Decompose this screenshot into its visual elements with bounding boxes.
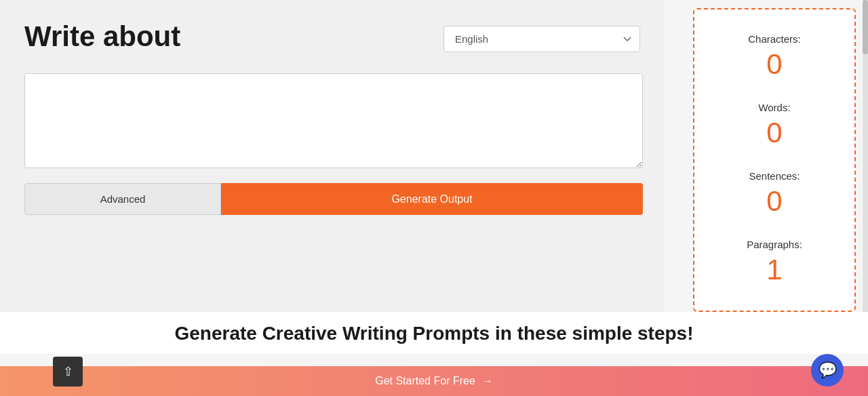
sentences-stat: Sentences: 0: [749, 160, 800, 229]
advanced-button[interactable]: Advanced: [24, 183, 221, 215]
language-selector[interactable]: English Spanish French German Italian Po…: [443, 26, 640, 52]
scroll-thumb[interactable]: [863, 0, 868, 54]
generate-creative-heading: Generate Creative Writing Prompts in the…: [174, 323, 693, 344]
write-textarea[interactable]: [24, 73, 643, 168]
language-dropdown[interactable]: English Spanish French German Italian Po…: [443, 26, 640, 52]
words-stat: Words: 0: [758, 92, 790, 160]
cta-text: Get Started For Free: [375, 375, 475, 387]
stats-panel: Characters: 0 Words: 0 Sentences: 0 Para…: [693, 8, 856, 312]
chevron-up-icon: ⇧: [63, 364, 73, 379]
words-value: 0: [766, 116, 782, 150]
characters-label: Characters:: [748, 33, 801, 45]
paragraphs-label: Paragraphs:: [747, 239, 802, 250]
characters-stat: Characters: 0: [748, 23, 801, 92]
chat-icon: 💬: [818, 361, 837, 379]
main-panel: Write about English Spanish French Germa…: [0, 0, 665, 312]
scrollbar[interactable]: [863, 0, 868, 312]
generate-output-button[interactable]: Generate Output: [221, 183, 643, 215]
sentences-value: 0: [766, 184, 782, 218]
textarea-container: [24, 73, 640, 171]
characters-value: 0: [766, 47, 782, 81]
cta-arrow: →: [482, 375, 493, 387]
bottom-title-section: Generate Creative Writing Prompts in the…: [0, 312, 868, 354]
words-label: Words:: [758, 102, 790, 113]
cta-bar[interactable]: Get Started For Free →: [0, 366, 868, 396]
sentences-label: Sentences:: [749, 170, 800, 182]
back-to-top-button[interactable]: ⇧: [53, 357, 83, 387]
chat-button[interactable]: 💬: [811, 354, 844, 387]
paragraphs-value: 1: [766, 253, 782, 287]
paragraphs-stat: Paragraphs: 1: [747, 229, 802, 297]
action-buttons: Advanced Generate Output: [24, 183, 643, 215]
